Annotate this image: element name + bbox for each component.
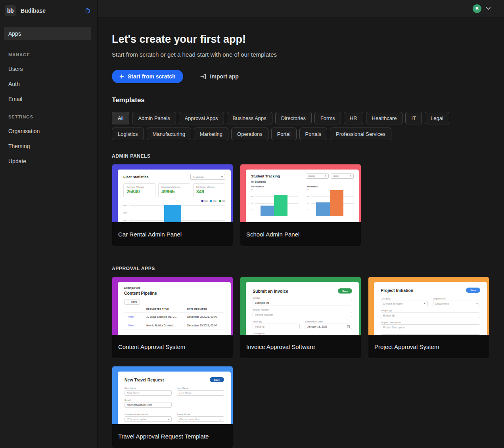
filter-label: Filter	[131, 301, 137, 303]
filter-chip-hr[interactable]: HR	[344, 112, 363, 124]
calendar-icon	[347, 325, 350, 328]
template-card-car-rental[interactable]: Fleet Statistics Availability Average Mi…	[112, 164, 233, 246]
stat-label: Minimum Mileage	[196, 186, 222, 188]
filter-chip-operations[interactable]: Operations	[231, 128, 268, 140]
sidebar-item-users[interactable]: Users	[0, 66, 97, 72]
submission-date-label: Submission Date	[305, 320, 352, 323]
row-date: December 29 2021, 00:00	[187, 324, 224, 327]
action-buttons: Start from scratch Import app	[112, 70, 490, 83]
column-date-required: DATE REQUIRED	[187, 308, 224, 310]
template-card-label: Travel Approval Request Template	[112, 424, 233, 448]
sidebar-item-theming[interactable]: Theming	[0, 143, 97, 149]
caret-down-icon	[221, 176, 223, 177]
email-label: Email	[125, 399, 172, 401]
filter-chip-marketing[interactable]: Marketing	[194, 128, 228, 140]
templates-heading: Templates	[112, 96, 490, 104]
import-app-button[interactable]: Import app	[197, 73, 241, 80]
bar-green	[274, 195, 287, 216]
filter-chip-all[interactable]: All	[112, 112, 129, 124]
template-card-label: Project Approval System	[368, 335, 489, 358]
table-row: View 10 Ways Example Inc. C... December …	[124, 312, 224, 321]
availability-select: Availability	[190, 174, 225, 180]
approval-apps-grid: Example Inc Content Pipeline Filter REQU…	[112, 276, 490, 448]
department-label: Department	[433, 297, 480, 300]
availability-select-value: Availability	[193, 176, 204, 178]
filter-chip-approval-apps[interactable]: Approval Apps	[179, 112, 224, 124]
start-from-scratch-button[interactable]: Start from scratch	[112, 70, 183, 83]
stat-value: 349	[196, 189, 222, 194]
filter-chip-legal[interactable]: Legal	[425, 112, 449, 124]
sidebar-heading-manage: MANAGE	[0, 52, 97, 57]
bar-blue	[261, 206, 274, 216]
filter-chip-directories[interactable]: Directories	[275, 112, 312, 124]
company-name: Example Inc	[124, 286, 224, 289]
filter-chip-healthcare[interactable]: Healthcare	[366, 112, 403, 124]
bar-blue	[164, 205, 182, 222]
row-date: December 28 2021, 00:00	[187, 315, 224, 318]
preview-title: Student Tracking	[251, 174, 280, 178]
sidebar-item-organisation[interactable]: Organisation	[0, 128, 97, 134]
preview-title: Content Pipeline	[124, 291, 224, 295]
sidebar-item-update[interactable]: Update	[0, 158, 97, 164]
template-card-invoice-approval[interactable]: Submit an invoice Save Vendor Example In…	[240, 276, 361, 359]
category-label: Category	[381, 297, 428, 300]
row-title: 10 Ways Example Inc. C...	[146, 315, 187, 318]
domestic-international-select: Choose an option	[125, 416, 172, 422]
sidebar-item-email[interactable]: Email	[0, 96, 97, 102]
sidebar: bb Budibase Apps MANAGE Users Auth Email…	[0, 0, 98, 448]
template-card-label: Content Approval System	[112, 335, 233, 358]
chart-title: Tardiness	[307, 185, 354, 188]
sidebar-heading-settings: SETTINGS	[0, 114, 97, 119]
first-name-input: First Name	[125, 390, 172, 396]
table-header: REQUESTED TITLE DATE REQUIRED	[124, 305, 224, 312]
sidebar-item-apps[interactable]: Apps	[4, 27, 91, 40]
fleet-bar-chart	[123, 204, 225, 222]
start-from-scratch-label: Start from scratch	[128, 73, 176, 80]
row-title: How to Build a Content...	[146, 324, 187, 327]
template-card-project-approval[interactable]: Project Initiation Save Category Choose …	[368, 276, 489, 359]
template-card-label: Invoice Approval Software	[240, 335, 361, 358]
filter-chip-portal[interactable]: Portal	[271, 128, 297, 140]
brand-name: Budibase	[21, 8, 80, 14]
bar-blue	[316, 202, 330, 216]
stat-label: Maximum Mileage	[161, 186, 187, 188]
save-button: Save	[210, 377, 224, 382]
column-requested-title: REQUESTED TITLE	[146, 308, 187, 310]
filter-chip-manufacturing[interactable]: Manufacturing	[147, 128, 191, 140]
filter-chip-professional-services[interactable]: Professional Services	[330, 128, 391, 140]
avatar[interactable]: B	[473, 4, 481, 13]
template-card-label: Car Rental Admin Panel	[112, 222, 233, 246]
invoice-number-input: Invoice Number	[253, 312, 352, 317]
template-card-content-approval[interactable]: Example Inc Content Pipeline Filter REQU…	[112, 276, 233, 359]
chevron-down-icon[interactable]	[486, 7, 491, 10]
invoice-preview: Submit an invoice Save Vendor Example In…	[246, 282, 359, 335]
filter-icon	[127, 301, 129, 303]
filter-chip-business-apps[interactable]: Business Apps	[227, 112, 272, 124]
description-label: Description	[253, 332, 352, 335]
select	[306, 173, 329, 179]
template-card-school[interactable]: Student Tracking All Students Attendance	[240, 164, 361, 246]
filter-chip-logistics[interactable]: Logistics	[112, 128, 144, 140]
content-preview: Example Inc Content Pipeline Filter REQU…	[118, 282, 231, 335]
value-input: Value ($)	[253, 324, 300, 329]
sidebar-item-auth[interactable]: Auth	[0, 81, 97, 87]
stat-value: 49965	[161, 189, 187, 194]
stat-card: Average Mileage 25840	[123, 183, 155, 197]
page-title: Let's create your first app!	[112, 33, 490, 46]
filter-chip-forms[interactable]: Forms	[314, 112, 341, 124]
topbar: B	[98, 0, 504, 17]
budget-label: Budget ($)	[381, 309, 480, 312]
filter-chip-it[interactable]: IT	[405, 112, 422, 124]
preview-title: New Travel Request	[125, 377, 164, 382]
invoice-number-label: Invoice Number	[253, 309, 352, 311]
main-area: B Let's create your first app! Start fro…	[98, 0, 504, 448]
filter-chip-admin-panels[interactable]: Admin Panels	[132, 112, 176, 124]
attendance-chart: Attendance	[251, 185, 298, 216]
filter-chip-portals[interactable]: Portals	[299, 128, 327, 140]
submission-date-input: January 18, 2022	[305, 324, 352, 329]
school-thumbnail: Student Tracking All Students Attendance	[240, 164, 361, 222]
template-card-travel-approval[interactable]: New Travel Request Save First Name First…	[112, 366, 233, 448]
budibase-logo-icon: bb	[5, 5, 16, 16]
last-name-label: Last Name	[177, 387, 224, 389]
budget-input: Budget ($)	[381, 313, 480, 318]
